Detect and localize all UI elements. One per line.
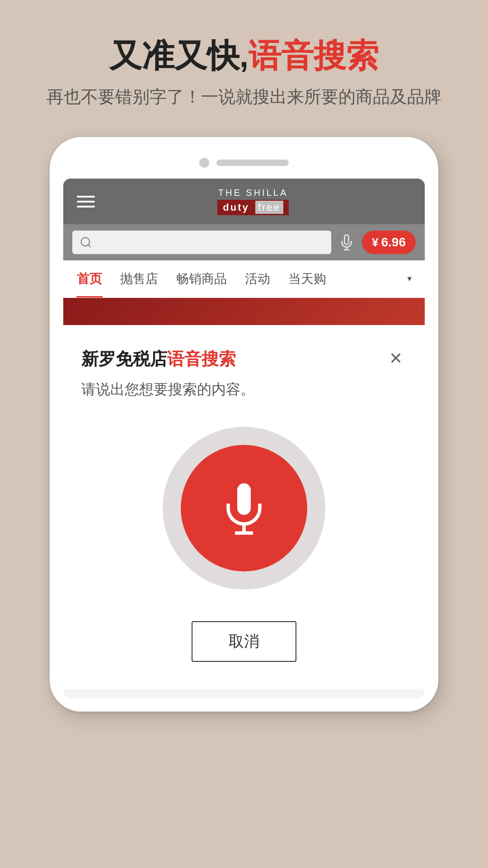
svg-point-0	[81, 238, 90, 246]
mic-icon[interactable]	[338, 234, 355, 250]
nav-tab-events[interactable]: 活动	[236, 260, 279, 297]
nav-tabs: 首页 抛售店 畅销商品 活动 当天购 ▼	[63, 260, 425, 298]
voice-modal-header: 新罗免税店语音搜索 ✕	[81, 348, 407, 371]
cancel-button[interactable]: 取消	[192, 621, 296, 662]
hamburger-menu-icon[interactable]	[77, 196, 95, 208]
voice-title-black: 新罗免税店	[81, 349, 167, 368]
voice-modal-title: 新罗免税店语音搜索	[81, 348, 236, 371]
title-black: 又准又快,	[109, 38, 249, 74]
cancel-btn-area: 取消	[81, 621, 407, 662]
phone-bottom-bar	[63, 689, 425, 698]
brand-logo: THE SHILLA duty free	[217, 188, 289, 215]
points-value: 6.96	[381, 235, 406, 250]
phone-frame: THE SHILLA duty free	[50, 137, 438, 712]
app-header: THE SHILLA duty free	[63, 179, 425, 224]
brand-duty: duty	[223, 202, 249, 213]
phone-notch	[63, 151, 425, 179]
voice-modal-subtitle: 请说出您想要搜索的内容。	[81, 380, 407, 400]
brand-name: THE SHILLA	[217, 188, 289, 198]
voice-title-red: 语音搜索	[167, 349, 236, 368]
brand-duty-free: duty free	[217, 200, 289, 215]
search-icon	[80, 236, 92, 249]
banner-preview	[63, 298, 425, 325]
currency-symbol: ¥	[372, 236, 378, 250]
nav-tab-home[interactable]: 首页	[68, 260, 111, 297]
voice-modal: 新罗免税店语音搜索 ✕ 请说出您想要搜索的内容。 取消	[63, 325, 425, 689]
nav-tab-bestseller[interactable]: 畅销商品	[167, 260, 236, 297]
points-badge: ¥ 6.96	[362, 231, 416, 254]
brand-free: free	[255, 201, 283, 214]
page-title: 又准又快,语音搜索	[47, 36, 441, 75]
nav-tab-today[interactable]: 当天购	[279, 260, 335, 297]
phone-camera	[199, 158, 209, 168]
voice-mic-button[interactable]	[181, 445, 307, 571]
search-bar: ¥ 6.96	[63, 224, 425, 260]
voice-circle-outer	[163, 427, 325, 590]
nav-tab-sale[interactable]: 抛售店	[111, 260, 167, 297]
title-red: 语音搜索	[249, 38, 379, 74]
phone-speaker	[216, 160, 289, 166]
nav-more-icon[interactable]: ▼	[399, 268, 420, 290]
page-header: 又准又快,语音搜索 再也不要错别字了！一说就搜出来所要的商品及品牌	[19, 36, 469, 110]
close-button[interactable]: ✕	[385, 348, 407, 369]
phone-screen: THE SHILLA duty free	[63, 179, 425, 698]
search-input-area[interactable]	[72, 231, 331, 254]
mic-large-icon	[217, 481, 271, 535]
page-subtitle: 再也不要错别字了！一说就搜出来所要的商品及品牌	[47, 84, 441, 110]
